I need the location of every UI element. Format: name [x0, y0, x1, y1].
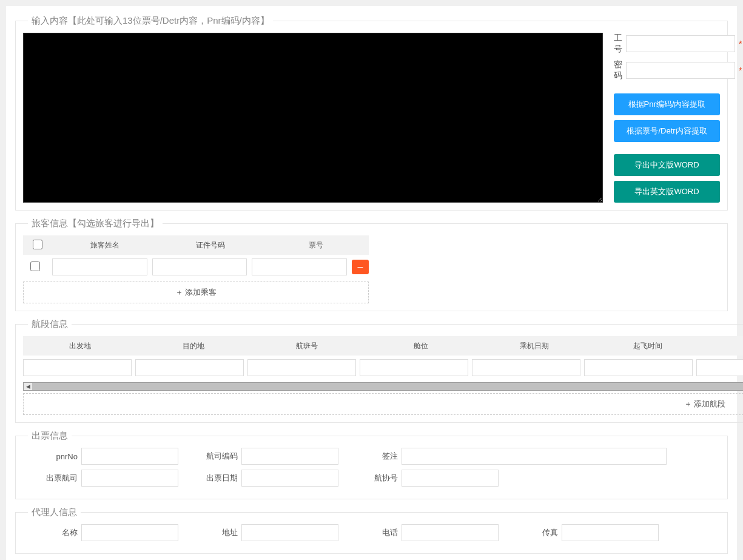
carrier-code-input[interactable] [241, 448, 338, 465]
segment-section: 航段信息 出发地 目的地 航班号 舱位 乘机日期 起飞时间 到达时间 有效期 客… [15, 319, 743, 423]
issue-date-input[interactable] [241, 470, 338, 487]
endorsement-input[interactable] [402, 448, 667, 465]
worker-id-input[interactable] [626, 35, 735, 52]
col-header-passenger-name: 旅客姓名 [52, 240, 158, 251]
required-mark: * [739, 39, 742, 49]
segment-section-title: 航段信息 [28, 319, 72, 330]
passenger-section: 旅客信息【勾选旅客进行导出】 旅客姓名 证件号码 票号 – ＋ 添加乘客 [15, 218, 728, 311]
passenger-id-input[interactable] [152, 258, 247, 275]
input-section: 输入内容【此处可输入13位票号/Detr内容，Pnr编码/内容】 工号 * 密码… [15, 15, 728, 211]
password-input[interactable] [626, 62, 735, 79]
iata-no-label: 航协号 [343, 473, 398, 484]
issuing-carrier-label: 出票航司 [23, 473, 78, 484]
required-mark: * [739, 66, 742, 75]
seg-arr-input[interactable] [135, 359, 244, 376]
input-section-title: 输入内容【此处可输入13位票号/Detr内容，Pnr编码/内容】 [28, 15, 273, 27]
add-passenger-button[interactable]: ＋ 添加乘客 [23, 282, 369, 303]
passenger-select-all-checkbox[interactable] [33, 240, 42, 249]
export-en-word-button[interactable]: 导出英文版WORD [614, 181, 720, 203]
segment-horizontal-scrollbar[interactable]: ◀ ▶ [23, 382, 743, 391]
ticket-section-title: 出票信息 [28, 430, 72, 442]
agent-address-label: 地址 [183, 527, 238, 538]
iata-no-input[interactable] [402, 470, 499, 487]
endorsement-label: 签注 [343, 451, 398, 462]
seg-dep-input[interactable] [23, 359, 132, 376]
agent-phone-label: 电话 [343, 527, 398, 538]
issue-date-label: 出票日期 [183, 473, 238, 484]
remove-passenger-button[interactable]: – [352, 260, 369, 274]
seg-flight-input[interactable] [247, 359, 356, 376]
col-header-arrtime: 到达时间 [705, 341, 743, 351]
passenger-section-title: 旅客信息【勾选旅客进行导出】 [28, 218, 163, 229]
pnrno-input[interactable] [81, 448, 178, 465]
segment-row: – [23, 356, 743, 380]
add-segment-button[interactable]: ＋ 添加航段 [23, 393, 743, 415]
col-header-arr: 目的地 [136, 341, 250, 351]
agent-phone-input[interactable] [402, 524, 499, 541]
pnrno-label: pnrNo [23, 452, 78, 461]
seg-arrtime-input[interactable] [696, 359, 743, 376]
col-header-passenger-id: 证件号码 [158, 240, 263, 251]
agent-name-input[interactable] [81, 524, 178, 541]
agent-section-title: 代理人信息 [28, 507, 81, 518]
extract-by-pnr-button[interactable]: 根据Pnr编码/内容提取 [614, 93, 720, 115]
col-header-dep: 出发地 [23, 341, 136, 351]
passenger-row-checkbox[interactable] [30, 261, 40, 271]
col-header-flight: 航班号 [250, 341, 364, 351]
agent-section: 代理人信息 名称 地址 电话 传真 [15, 507, 728, 554]
passenger-row: – [23, 255, 369, 279]
extract-by-ticket-button[interactable]: 根据票号/Detr内容提取 [614, 120, 720, 142]
agent-name-label: 名称 [23, 527, 78, 538]
content-textarea[interactable] [23, 33, 603, 203]
passenger-name-input[interactable] [52, 258, 147, 275]
ticket-section: 出票信息 pnrNo 航司编码 签注 出票航司 出票日期 航协号 [15, 430, 728, 499]
col-header-date: 乘机日期 [477, 341, 591, 351]
seg-date-input[interactable] [472, 359, 580, 376]
agent-fax-input[interactable] [562, 524, 659, 541]
col-header-deptime: 起飞时间 [591, 341, 705, 351]
seg-cabin-input[interactable] [360, 359, 468, 376]
col-header-cabin: 舱位 [364, 341, 477, 351]
issuing-carrier-input[interactable] [81, 470, 178, 487]
export-cn-word-button[interactable]: 导出中文版WORD [614, 154, 720, 176]
seg-deptime-input[interactable] [584, 359, 693, 376]
scroll-left-arrow-icon[interactable]: ◀ [24, 383, 32, 390]
col-header-passenger-ticket: 票号 [263, 240, 369, 251]
passenger-ticket-input[interactable] [252, 258, 347, 275]
agent-address-input[interactable] [241, 524, 338, 541]
password-label: 密码 [614, 59, 622, 81]
agent-fax-label: 传真 [503, 527, 558, 538]
carrier-code-label: 航司编码 [183, 451, 238, 462]
worker-id-label: 工号 [614, 33, 622, 55]
